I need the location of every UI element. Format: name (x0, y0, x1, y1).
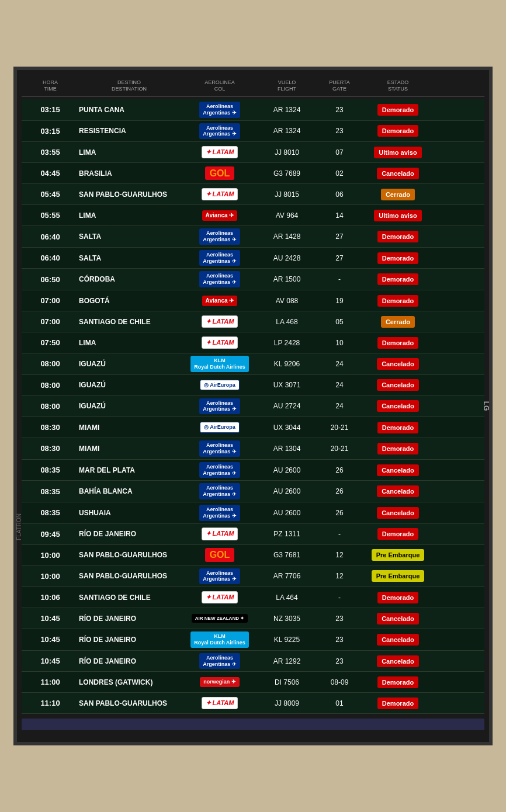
flight-gate: 23 (316, 635, 363, 644)
table-row: 08:35 MAR DEL PLATA AerolíneasArgentinas… (22, 460, 484, 481)
flight-destination: SANTIAGO DE CHILE (77, 317, 182, 327)
airline-logo: ✦ LATAM (202, 528, 238, 540)
flight-time: 08:35 (24, 508, 77, 518)
flight-gate: 23 (316, 657, 363, 666)
flight-time: 08:35 (24, 487, 77, 497)
status-badge: Demorado (377, 422, 418, 433)
airline-logo: AerolíneasArgentinas ✈ (199, 271, 240, 287)
flight-time: 10:00 (24, 550, 77, 560)
flight-gate: 26 (316, 466, 363, 475)
flight-gate: 02 (316, 169, 363, 178)
airline-logo: Avianca ✈ (202, 210, 238, 221)
flight-airline: ◎ AirEuropa (182, 379, 258, 391)
status-badge: Demorado (377, 337, 418, 349)
flight-status: Cancelado (363, 401, 433, 411)
airline-logo: AerolíneasArgentinas ✈ (199, 398, 240, 415)
flight-airline: Avianca ✈ (182, 210, 258, 221)
flight-destination: RÍO DE JANEIRO (77, 529, 182, 539)
flight-time: 10:45 (24, 613, 77, 623)
flight-airline: AerolíneasArgentinas ✈ (182, 101, 258, 119)
flight-number: G3 7689 (258, 169, 316, 178)
airline-logo: ✦ LATAM (202, 591, 238, 603)
status-badge: Pre Embarque (372, 570, 425, 582)
flight-time: 08:00 (24, 359, 77, 369)
airline-logo: AerolíneasArgentinas ✈ (199, 250, 240, 266)
airline-logo: norwegian ✈ (200, 677, 240, 687)
airline-logo: ✦ LATAM (202, 336, 238, 349)
flight-time: 07:00 (24, 296, 77, 306)
flight-number: AR 1304 (258, 444, 316, 453)
airline-logo: AerolíneasArgentinas ✈ (199, 653, 240, 669)
flight-airline: ✦ LATAM (182, 188, 258, 201)
table-row: 10:45 RÍO DE JANEIRO AIR NEW ZEALAND ✦ N… (22, 608, 484, 629)
flight-time: 05:45 (24, 189, 77, 199)
flight-time: 04:45 (24, 168, 77, 178)
flight-airline: KLMRoyal Dutch Airlines (182, 631, 258, 648)
flight-destination: RÍO DE JANEIRO (77, 657, 182, 666)
flight-status: Cancelado (363, 614, 433, 623)
flight-airline: AerolíneasArgentinas ✈ (182, 398, 258, 415)
table-row: 04:45 BRASILIA GOL G3 7689 02 Cancelado (22, 163, 484, 184)
flight-airline: ✦ LATAM (182, 145, 258, 159)
flight-time: 11:00 (24, 677, 77, 687)
flight-airline: AerolíneasArgentinas ✈ (182, 653, 258, 670)
status-badge: Cerrado (381, 189, 415, 200)
table-row: 08:00 IGUAZÚ AerolíneasArgentinas ✈ AU 2… (22, 396, 484, 418)
status-badge: Demorado (377, 125, 418, 137)
flight-number: JJ 8010 (258, 148, 316, 157)
flight-gate: 26 (316, 487, 363, 496)
flight-number: UX 3071 (258, 380, 316, 390)
flight-time: 07:00 (24, 317, 77, 327)
airline-logo: AerolíneasArgentinas ✈ (199, 102, 240, 118)
airline-logo: ✦ LATAM (202, 188, 238, 200)
flight-airline: AerolíneasArgentinas ✈ (182, 270, 258, 288)
flight-time: 06:50 (24, 275, 77, 284)
status-badge: Ultimo aviso (374, 210, 421, 221)
status-badge: Demorado (377, 273, 418, 285)
table-row: 10:45 RÍO DE JANEIRO KLMRoyal Dutch Airl… (22, 629, 484, 651)
flight-time: 03:15 (24, 126, 77, 136)
flight-number: AU 2428 (258, 254, 316, 263)
status-badge: Cancelado (377, 168, 419, 179)
flight-gate: 27 (316, 232, 363, 241)
flight-number: AR 1500 (258, 275, 316, 284)
flight-time: 08:00 (24, 380, 77, 390)
flight-status: Demorado (363, 593, 433, 602)
flight-number: PZ 1311 (258, 529, 316, 539)
header-gate: PUERTA GATE (316, 79, 363, 93)
flight-time: 07:50 (24, 338, 77, 348)
status-badge: Ultimo aviso (374, 147, 421, 158)
airline-logo: ◎ AirEuropa (200, 380, 240, 391)
table-row: 08:00 IGUAZÚ KLMRoyal Dutch Airlines KL … (22, 353, 484, 375)
flight-status: Demorado (363, 444, 433, 453)
flight-number: LP 2428 (258, 338, 316, 348)
flight-gate: - (316, 593, 363, 602)
board-header: HORA TIME DESTINO DESTINATION AEROLINEA … (22, 76, 484, 97)
status-badge: Cancelado (377, 507, 419, 519)
flight-gate: 26 (316, 508, 363, 518)
flight-time: 08:00 (24, 401, 77, 411)
flight-time: 05:55 (24, 210, 77, 220)
status-badge: Cancelado (377, 358, 419, 370)
table-row: 03:15 PUNTA CANA AerolíneasArgentinas ✈ … (22, 99, 484, 121)
status-badge: Demorado (377, 104, 418, 116)
flight-gate: 08-09 (316, 678, 363, 687)
flight-gate: 20-21 (316, 423, 363, 432)
flight-destination: USHUAIA (77, 508, 182, 518)
table-row: 03:15 RESISTENCIA AerolíneasArgentinas ✈… (22, 121, 484, 143)
table-row: 08:35 BAHÍA BLANCA AerolíneasArgentinas … (22, 481, 484, 502)
flight-destination: RESISTENCIA (77, 126, 182, 136)
flight-status: Demorado (363, 232, 433, 241)
status-badge: Cancelado (377, 400, 419, 412)
flight-airline: KLMRoyal Dutch Airlines (182, 355, 258, 373)
airline-logo: ✦ LATAM (202, 146, 238, 158)
flight-status: Cancelado (363, 635, 433, 644)
flight-number: AR 1428 (258, 232, 316, 241)
table-row: 11:00 LONDRES (GATWICK) norwegian ✈ DI 7… (22, 672, 484, 693)
flight-status: Demorado (363, 423, 433, 432)
flight-status: Cancelado (363, 508, 433, 518)
flight-time: 10:06 (24, 592, 77, 602)
flight-time: 03:55 (24, 147, 77, 157)
table-row: 06:40 SALTA AerolíneasArgentinas ✈ AU 24… (22, 248, 484, 269)
header-flight: VUELO FLIGHT (258, 79, 316, 93)
